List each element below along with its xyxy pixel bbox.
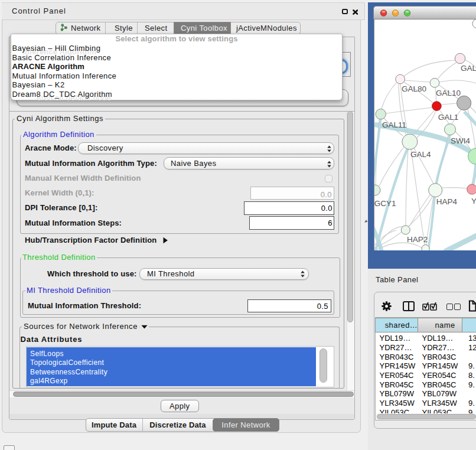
svg-text:GAL4: GAL4 xyxy=(410,150,431,159)
svg-text:GAL11: GAL11 xyxy=(382,120,406,129)
svg-text:GAL80: GAL80 xyxy=(402,84,426,93)
svg-text:GAL10: GAL10 xyxy=(436,89,461,97)
svg-text:GAL7: GAL7 xyxy=(461,64,476,73)
svg-text:GAL1: GAL1 xyxy=(438,113,459,122)
svg-text:HAP2: HAP2 xyxy=(407,235,428,244)
svg-text:HAP4: HAP4 xyxy=(436,197,458,206)
svg-text:Y: Y xyxy=(471,197,476,206)
svg-text:GCY1: GCY1 xyxy=(374,199,396,208)
svg-text:SWI4: SWI4 xyxy=(451,136,470,145)
